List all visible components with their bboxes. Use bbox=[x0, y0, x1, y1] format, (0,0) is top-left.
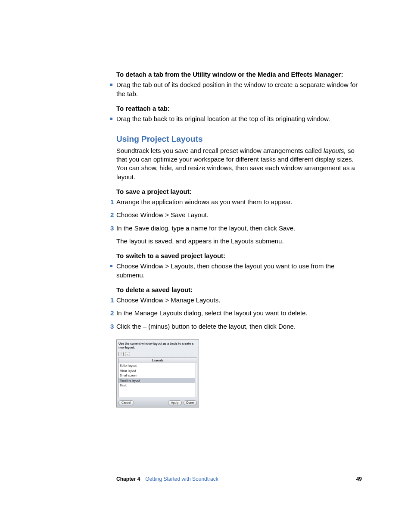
step-number: 2 bbox=[110, 211, 116, 219]
table-row[interactable]: Editor layout bbox=[118, 363, 197, 368]
chapter-title: Getting Started with Soundtrack bbox=[145, 476, 218, 482]
heading-detach-tab: To detach a tab from the Utility window … bbox=[116, 70, 362, 79]
heading-reattach-tab: To reattach a tab: bbox=[116, 104, 362, 113]
list-item: 3In the Save dialog, type a name for the… bbox=[116, 224, 362, 233]
page-content: To detach a tab from the Utility window … bbox=[116, 70, 362, 408]
layouts-column-header: Layouts bbox=[118, 358, 197, 363]
bullet-text: Drag the tab out of its docked position … bbox=[116, 81, 362, 98]
bullet-list-switch: Choose Window > Layouts, then choose the… bbox=[116, 262, 362, 280]
apply-button[interactable]: Apply bbox=[168, 400, 182, 405]
intro-text-italic: layouts, bbox=[324, 147, 346, 154]
list-item: 1Arrange the application windows as you … bbox=[116, 198, 362, 206]
list-item: Drag the tab out of its docked position … bbox=[116, 81, 362, 98]
heading-delete-layout: To delete a saved layout: bbox=[116, 286, 362, 294]
heading-save-layout: To save a project layout: bbox=[116, 187, 362, 196]
cancel-button[interactable]: Cancel bbox=[118, 400, 134, 405]
dialog-add-remove-row: + – bbox=[118, 351, 197, 358]
bullet-list-detach: Drag the tab out of its docked position … bbox=[116, 81, 362, 98]
table-row[interactable]: Basic bbox=[118, 383, 197, 388]
step-text: In the Manage Layouts dialog, select the… bbox=[116, 309, 308, 317]
done-button[interactable]: Done bbox=[184, 400, 197, 405]
step-number: 1 bbox=[110, 296, 116, 305]
list-item: Choose Window > Layouts, then choose the… bbox=[116, 262, 362, 280]
chapter-label: Chapter 4 bbox=[116, 476, 140, 482]
page-footer: Chapter 4 Getting Started with Soundtrac… bbox=[116, 476, 362, 482]
bullet-text: Drag the tab back to its original locati… bbox=[116, 115, 330, 123]
step-number: 3 bbox=[110, 224, 116, 233]
steps-save-layout: 1Arrange the application windows as you … bbox=[116, 198, 362, 233]
list-item: 1Choose Window > Manage Layouts. bbox=[116, 296, 362, 305]
step-number: 1 bbox=[110, 198, 116, 206]
dialog-footer: Cancel Apply Done bbox=[117, 398, 199, 407]
step-text: In the Save dialog, type a name for the … bbox=[116, 224, 295, 233]
list-item: 2Choose Window > Save Layout. bbox=[116, 211, 362, 219]
table-row[interactable]: Mixer layout bbox=[118, 368, 197, 373]
heading-switch-layout: To switch to a saved project layout: bbox=[116, 252, 362, 260]
bullet-icon bbox=[110, 265, 112, 267]
table-row[interactable]: Timeline layout bbox=[118, 378, 197, 383]
step-number: 2 bbox=[110, 309, 116, 317]
remove-layout-button[interactable]: – bbox=[125, 352, 130, 356]
layouts-list: Editor layout Mixer layout Small screen … bbox=[118, 363, 197, 397]
footer-divider bbox=[357, 474, 357, 495]
manage-layouts-dialog: Use the current window layout as a basis… bbox=[116, 339, 199, 408]
bullet-icon bbox=[110, 84, 112, 86]
dialog-instruction: Use the current window layout as a basis… bbox=[118, 341, 197, 351]
section-title-using-project-layouts: Using Project Layouts bbox=[116, 134, 362, 145]
step-text: Click the – (minus) button to delete the… bbox=[116, 322, 296, 331]
step-text: Arrange the application windows as you w… bbox=[116, 198, 293, 206]
steps-delete-layout: 1Choose Window > Manage Layouts. 2In the… bbox=[116, 296, 362, 331]
list-item: 2In the Manage Layouts dialog, select th… bbox=[116, 309, 362, 317]
list-item: Drag the tab back to its original locati… bbox=[116, 115, 362, 123]
table-row[interactable]: Small screen bbox=[118, 373, 197, 378]
add-layout-button[interactable]: + bbox=[118, 352, 124, 356]
step-text: Choose Window > Manage Layouts. bbox=[116, 296, 220, 305]
save-result-text: The layout is saved, and appears in the … bbox=[116, 237, 362, 246]
list-item: 3Click the – (minus) button to delete th… bbox=[116, 322, 362, 331]
bullet-list-reattach: Drag the tab back to its original locati… bbox=[116, 115, 362, 123]
layouts-table: Layouts Editor layout Mixer layout Small… bbox=[118, 358, 197, 397]
section-intro: Soundtrack lets you save and recall pres… bbox=[116, 146, 362, 181]
step-text: Choose Window > Save Layout. bbox=[116, 211, 209, 219]
step-number: 3 bbox=[110, 322, 116, 331]
bullet-text: Choose Window > Layouts, then choose the… bbox=[116, 262, 362, 280]
bullet-icon bbox=[110, 118, 112, 120]
intro-text-a: Soundtrack lets you save and recall pres… bbox=[116, 147, 324, 154]
scrollbar[interactable] bbox=[195, 363, 197, 397]
